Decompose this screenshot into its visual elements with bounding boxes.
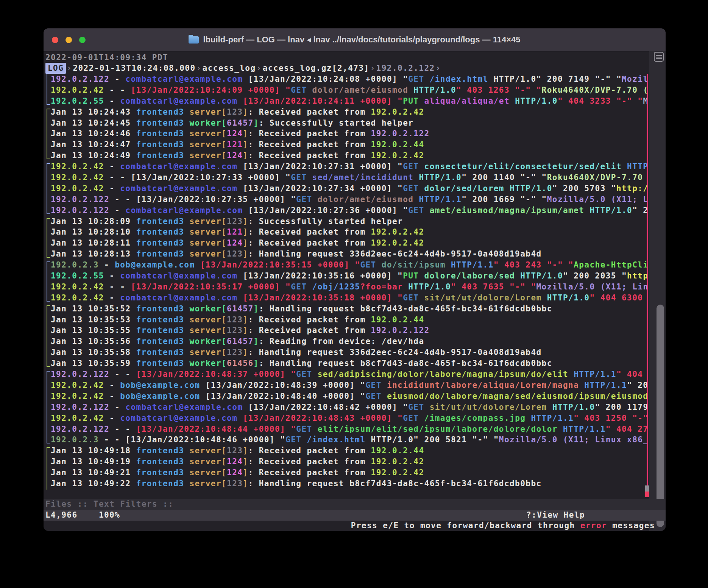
log-segment: dolore/labore/sed: [424, 271, 515, 282]
log-line[interactable]: 192.0.2.42 - combatcarl@example.com [13/…: [45, 161, 648, 172]
log-segment: [195, 260, 200, 271]
close-button[interactable]: [52, 37, 58, 43]
log-segment: [: [221, 478, 227, 489]
log-line[interactable]: 192.0.2.42 - combatcarl@example.com [13/…: [45, 292, 648, 303]
log-segment: server: [189, 249, 221, 260]
log-line[interactable]: Jan 13 10:35:55 frontend3 server[123]: R…: [45, 325, 648, 336]
log-segment: [13/Jan/2022:10:35:18 +0000]: [243, 292, 392, 303]
log-segment: frontend3: [136, 227, 184, 238]
panel-toggle-icon[interactable]: [654, 52, 664, 62]
window-title: lbuild-perf — LOG — lnav ◂ lnav ../lnav/…: [189, 35, 520, 45]
log-segment: ": [398, 74, 408, 85]
window-titlebar[interactable]: lbuild-perf — LOG — lnav ◂ lnav ../lnav/…: [44, 28, 666, 51]
log-segment: dolor/amet/eiusmod: [312, 85, 409, 96]
log-line[interactable]: 192.0.2.122 - - [13/Jan/2022:10:27:35 +0…: [45, 194, 648, 205]
zoom-button[interactable]: [79, 37, 86, 43]
log-line[interactable]: 192.0.2.122 - combatcarl@example.com [13…: [45, 205, 648, 216]
log-segment: [184, 347, 189, 358]
breadcrumb-format[interactable]: access_log: [203, 63, 256, 74]
log-line[interactable]: Jan 13 10:35:58 frontend3 server[123]: H…: [45, 347, 648, 358]
log-segment: worker: [189, 336, 221, 347]
log-line[interactable]: Jan 13 10:28:10 frontend3 server[121]: R…: [45, 227, 648, 238]
log-line[interactable]: 192.0.2.42 - - [13/Jan/2022:10:35:17 +00…: [45, 282, 648, 292]
log-segment: : Received packet from: [248, 128, 371, 139]
log-line[interactable]: 192.0.2.42 - bob@example.com [13/Jan/202…: [45, 391, 648, 402]
log-line[interactable]: 192.0.2.122 - combatcarl@example.com [13…: [45, 74, 648, 85]
log-segment: Jan 13 10:24:46: [51, 128, 136, 139]
breadcrumb-timestamp[interactable]: 2022-01-13T10:24:08.000: [73, 63, 195, 74]
log-segment: " 200 5821 "-" ": [413, 434, 499, 445]
log-segment: HTTP/1.1: [584, 380, 627, 391]
log-line[interactable]: 192.0.2.42 - combatcarl@example.com [13/…: [45, 183, 648, 194]
log-segment: : Successfully started helper: [259, 118, 414, 129]
log-segment: : Received packet from: [248, 107, 371, 118]
log-segment: ]: [243, 467, 248, 478]
log-segment: [184, 303, 189, 314]
log-line[interactable]: 192.0.2.42 - - [13/Jan/2022:10:24:09 +00…: [45, 85, 648, 96]
log-line[interactable]: Jan 13 10:35:53 frontend3 server[123]: R…: [45, 314, 648, 325]
log-line[interactable]: Jan 13 10:28:13 frontend3 server[123]: H…: [45, 249, 648, 260]
log-line[interactable]: 192.0.2.122 - - [13/Jan/2022:10:48:44 +0…: [45, 424, 648, 435]
log-segment: [13/Jan/2022:10:35:15 +0000]: [200, 260, 350, 271]
log-segment: -: [104, 292, 120, 303]
log-segment: [184, 467, 189, 478]
log-line[interactable]: 192.0.2.55 - combatcarl@example.com [13/…: [45, 96, 648, 107]
tab-text-filters[interactable]: Text Filters: [94, 499, 158, 510]
log-segment: server: [189, 325, 221, 336]
log-line[interactable]: Jan 13 10:49:19 frontend3 server[124]: R…: [45, 456, 648, 467]
terminal-window: lbuild-perf — LOG — lnav ◂ lnav ../lnav/…: [44, 28, 666, 531]
file-group-bracket: [45, 369, 51, 380]
log-segment: [526, 413, 531, 424]
log-segment: [424, 205, 430, 216]
log-line[interactable]: Jan 13 10:35:59 frontend3 worker[61456]:…: [45, 358, 648, 369]
log-segment: [376, 260, 382, 271]
log-line[interactable]: Jan 13 10:49:18 frontend3 server[123]: R…: [45, 445, 648, 456]
log-segment: 192.0.2.42: [371, 456, 424, 467]
log-line[interactable]: 192.0.2.42 - - [13/Jan/2022:10:27:33 +00…: [45, 172, 648, 183]
log-line[interactable]: Jan 13 10:35:52 frontend3 worker[61457]:…: [45, 303, 648, 314]
log-line[interactable]: Jan 13 10:49:22 frontend3 server[123]: H…: [45, 478, 648, 489]
log-segment: ]: [243, 456, 248, 467]
breadcrumb-ip[interactable]: 192.0.2.122: [376, 63, 435, 74]
log-segment: GET: [403, 161, 419, 172]
log-line[interactable]: 192.0.2.122 - - [13/Jan/2022:10:48:37 +0…: [45, 369, 648, 380]
log-segment: ": [280, 85, 291, 96]
log-segment: ]: [243, 249, 248, 260]
log-line[interactable]: Jan 13 10:35:56 frontend3 worker[61457]:…: [45, 336, 648, 347]
log-line[interactable]: 192.0.2.55 - combatcarl@example.com [13/…: [45, 271, 648, 282]
log-line[interactable]: 192.0.2.42 - combatcarl@example.com [13/…: [45, 413, 648, 424]
log-segment: GET: [366, 380, 382, 391]
log-segment: 192.0.2.42: [51, 85, 104, 96]
log-line[interactable]: Jan 13 10:24:49 frontend3 server[124]: R…: [45, 150, 648, 161]
minimize-button[interactable]: [65, 37, 72, 43]
log-segment: -: [104, 183, 120, 194]
log-line[interactable]: 192.0.2.3 - - [13/Jan/2022:10:48:46 +000…: [45, 434, 648, 445]
status-line-number: L4,966: [45, 510, 78, 521]
log-segment: frontend3: [136, 358, 184, 369]
scrollbar-thumb[interactable]: [657, 305, 664, 527]
breadcrumb-mode-badge[interactable]: LOG: [45, 63, 66, 74]
log-line[interactable]: 192.0.2.3 - bob@example.com [13/Jan/2022…: [45, 260, 648, 271]
log-line[interactable]: Jan 13 10:24:47 frontend3 server[121]: R…: [45, 139, 648, 150]
log-line[interactable]: 192.0.2.42 - bob@example.com [13/Jan/202…: [45, 380, 648, 391]
log-line[interactable]: Jan 13 10:24:45 frontend3 worker[61457]:…: [45, 118, 648, 129]
log-line[interactable]: Jan 13 10:28:11 frontend3 server[124]: R…: [45, 238, 648, 249]
log-line[interactable]: Jan 13 10:49:21 frontend3 server[124]: R…: [45, 467, 648, 478]
breadcrumb-file[interactable]: access_log.gz[2,473]: [263, 63, 370, 74]
error-scroll-column[interactable]: [647, 74, 648, 490]
log-segment: ": [285, 194, 296, 205]
log-line[interactable]: Jan 13 10:28:09 frontend3 server[123]: S…: [45, 216, 648, 227]
log-line[interactable]: Jan 13 10:24:43 frontend3 server[123]: R…: [45, 107, 648, 118]
log-line[interactable]: Jan 13 10:24:46 frontend3 server[124]: R…: [45, 128, 648, 139]
file-group-bracket: [45, 358, 51, 369]
log-segment: [13/Jan/2022:10:48:39 +0000]: [206, 380, 355, 391]
desktop-background: lbuild-perf — LOG — lnav ◂ lnav ../lnav/…: [0, 0, 708, 588]
log-segment: GET: [285, 434, 301, 445]
file-group-bracket: [45, 413, 51, 424]
log-segment: server: [189, 150, 221, 161]
tab-files[interactable]: Files: [45, 499, 72, 510]
file-group-bracket: [45, 336, 51, 347]
breadcrumb-bar[interactable]: LOG › 2022-01-13T10:24:08.000 › access_l…: [44, 63, 666, 74]
log-line[interactable]: 192.0.2.122 - combatcarl@example.com [13…: [45, 402, 648, 413]
log-view[interactable]: 192.0.2.122 - combatcarl@example.com [13…: [45, 74, 648, 490]
